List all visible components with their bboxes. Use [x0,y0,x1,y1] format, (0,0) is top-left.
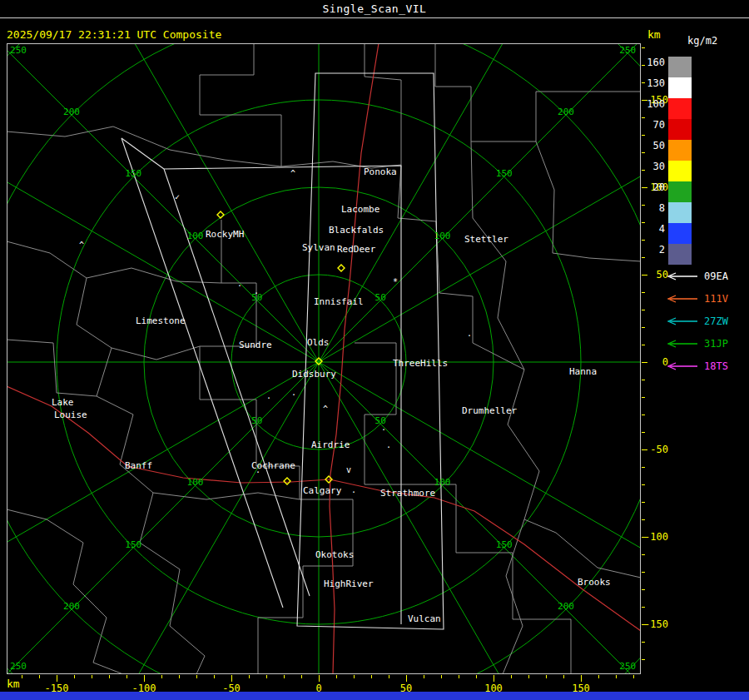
x-tick [231,675,232,682]
radar-map[interactable]: 5050505010010010010015015015015020020020… [7,43,641,674]
ring-label-50: 50 [251,415,262,426]
ring-label-150: 150 [496,539,513,550]
x-tick [301,675,302,678]
ring-label-250: 250 [619,661,636,672]
x-tick [633,675,634,678]
y-tick [642,572,645,573]
scale-row: 4 [641,223,749,244]
boundary-line [355,343,398,484]
boundary-line [7,509,123,674]
radar-legend-row: 27ZW [641,310,749,332]
boundary-line [153,493,300,499]
x-tick [528,675,529,678]
boundary-line [473,296,524,370]
scan-timestamp: 2025/09/17 22:31:21 UTC Composite [7,28,221,41]
ring-label-100: 100 [434,231,451,241]
poi-marker: ^ [290,169,295,178]
x-tick [126,675,127,678]
radial-line [61,43,319,362]
city-label-olds: Olds [307,337,330,348]
x-tick [371,675,372,678]
x-tick [214,675,215,678]
x-tick [179,675,180,678]
scale-value: 100 [641,98,668,119]
radar-id-label: 27ZW [704,315,728,327]
poi-marker: * [393,277,398,286]
x-tick [459,675,459,678]
x-tick [546,675,547,678]
x-tick [581,675,582,682]
radar-app-window: Single_Scan_VIL 2025/09/17 22:31:21 UTC … [0,0,749,700]
poi-marker: . [254,286,259,295]
y-tick [642,589,645,590]
ring-label-200: 200 [558,107,574,117]
x-tick [161,675,162,678]
window-titlebar: Single_Scan_VIL [0,0,749,18]
city-label-highriver: HighRiver [324,578,374,589]
scale-value: 70 [641,119,668,140]
ring-label-150: 150 [496,168,513,179]
legend-panel: kg/m2 16013010070503020842 09EA111V27ZW3… [641,33,749,400]
city-label-banff: Banff [125,460,152,471]
ring-label-250: 250 [10,45,27,56]
city-label-strathmore: Strathmore [380,488,435,499]
poi-marker: . [237,279,242,288]
scale-row: 130 [641,77,749,98]
city-label-limestone: Limestone [136,315,186,326]
poi-marker: . [255,465,260,474]
city-label-stettler: Stettler [464,234,508,245]
y-tick [642,659,645,660]
radar-legend-row: 09EA [641,265,749,287]
x-tick [424,675,424,678]
boundary-line [365,43,401,165]
scale-swatch [668,244,692,265]
ring-label-50: 50 [375,292,386,303]
x-tick [441,675,442,678]
ring-label-150: 150 [125,168,141,179]
radial-line [319,43,641,362]
x-tick [196,675,197,678]
boundary-line [87,268,221,283]
radar-legend-row: 18TS [641,355,749,377]
y-tick [642,502,645,503]
scale-swatch [668,57,692,77]
ring-label-200: 200 [558,601,574,612]
boundary-line [200,220,300,499]
y-tick-label: -150 [643,618,668,630]
boundary-line [112,346,200,360]
city-label-sylvan: Sylvan [302,242,335,253]
scale-value: 30 [641,161,668,181]
radar-map-canvas[interactable]: 5050505010010010010015015015015020020020… [7,43,641,674]
x-axis-unit-label: km [7,678,20,690]
x-tick [109,675,110,678]
city-label-airdrie: Airdrie [311,439,350,450]
highway-line [330,479,641,631]
x-tick [74,675,75,678]
x-tick [319,675,320,682]
radar-arrow-icon [664,271,701,281]
ring-label-200: 200 [63,601,80,612]
ring-label-250: 250 [10,661,27,672]
radar-arrow-icon [664,294,701,304]
coverage-outline [122,138,164,169]
poi-marker: . [386,440,391,449]
scale-value: 20 [641,181,668,202]
scale-row: 50 [641,140,749,161]
x-tick [563,675,564,678]
scale-swatch [668,98,692,119]
boundary-line [471,141,641,578]
city-marker-diamond [284,478,290,484]
x-tick [616,675,617,678]
bottom-bar [0,692,749,700]
scale-swatch [668,77,692,98]
city-label-lacombe: Lacombe [341,204,379,215]
x-tick [22,675,22,678]
city-label-sundre: Sundre [239,340,272,350]
scale-value: 8 [641,202,668,223]
poi-marker: ^ [79,241,84,250]
scale-row: 100 [641,98,749,119]
boundary-line [7,340,97,396]
scale-row: 20 [641,181,749,202]
boundary-line [398,484,571,674]
boundary-line [7,127,401,168]
